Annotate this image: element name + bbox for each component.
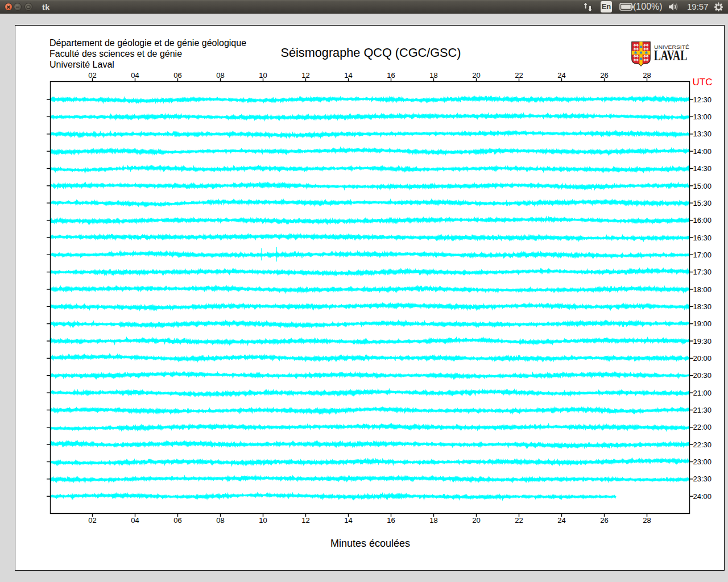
svg-text:26: 26 bbox=[600, 71, 608, 80]
svg-text:23:00: 23:00 bbox=[693, 458, 712, 466]
svg-text:19:00: 19:00 bbox=[693, 319, 712, 328]
svg-text:15:00: 15:00 bbox=[693, 182, 712, 190]
svg-text:15:30: 15:30 bbox=[693, 199, 712, 207]
svg-text:12: 12 bbox=[301, 516, 309, 525]
svg-text:08: 08 bbox=[216, 71, 224, 80]
svg-text:20: 20 bbox=[472, 71, 480, 80]
svg-text:UTC: UTC bbox=[693, 77, 713, 88]
svg-text:22: 22 bbox=[515, 516, 523, 525]
svg-text:10: 10 bbox=[259, 516, 267, 525]
svg-text:02: 02 bbox=[88, 71, 96, 80]
svg-text:22:00: 22:00 bbox=[693, 423, 712, 431]
svg-text:21:00: 21:00 bbox=[693, 389, 712, 397]
svg-text:06: 06 bbox=[173, 71, 181, 80]
svg-text:08: 08 bbox=[216, 516, 224, 525]
svg-text:22:30: 22:30 bbox=[693, 440, 712, 449]
svg-text:12:30: 12:30 bbox=[693, 95, 712, 104]
svg-text:20:30: 20:30 bbox=[693, 371, 712, 380]
svg-text:18:00: 18:00 bbox=[693, 285, 712, 294]
svg-text:18: 18 bbox=[429, 516, 437, 525]
svg-text:13:00: 13:00 bbox=[693, 113, 712, 121]
svg-text:16: 16 bbox=[387, 71, 395, 80]
svg-text:26: 26 bbox=[600, 516, 608, 525]
svg-text:02: 02 bbox=[88, 516, 96, 525]
svg-text:04: 04 bbox=[131, 71, 139, 80]
svg-text:14: 14 bbox=[344, 71, 352, 80]
svg-text:LAVAL: LAVAL bbox=[654, 48, 688, 63]
svg-text:23:30: 23:30 bbox=[693, 475, 712, 483]
svg-text:24: 24 bbox=[557, 516, 565, 525]
svg-text:Séismographe QCQ (CGC/GSC): Séismographe QCQ (CGC/GSC) bbox=[281, 45, 461, 60]
svg-text:28: 28 bbox=[643, 516, 651, 525]
svg-text:17:30: 17:30 bbox=[693, 268, 712, 276]
svg-text:14: 14 bbox=[344, 516, 352, 525]
svg-text:10: 10 bbox=[259, 71, 267, 80]
svg-text:Université Laval: Université Laval bbox=[49, 60, 114, 69]
svg-text:24:00: 24:00 bbox=[693, 492, 712, 501]
svg-text:20:00: 20:00 bbox=[693, 354, 712, 363]
svg-text:19:30: 19:30 bbox=[693, 337, 712, 346]
svg-text:22: 22 bbox=[515, 71, 523, 80]
svg-text:14:30: 14:30 bbox=[693, 164, 712, 173]
svg-text:18:30: 18:30 bbox=[693, 302, 712, 311]
svg-text:16:00: 16:00 bbox=[693, 216, 712, 225]
svg-text:Faculté des sciences et de gén: Faculté des sciences et de génie bbox=[49, 49, 182, 59]
svg-text:16:30: 16:30 bbox=[693, 234, 712, 242]
svg-text:28: 28 bbox=[643, 71, 651, 80]
svg-text:16: 16 bbox=[387, 516, 395, 525]
svg-text:21:30: 21:30 bbox=[693, 406, 712, 414]
svg-text:04: 04 bbox=[131, 516, 139, 525]
svg-text:17:00: 17:00 bbox=[693, 251, 712, 259]
svg-text:14:00: 14:00 bbox=[693, 147, 712, 156]
svg-text:06: 06 bbox=[173, 516, 181, 525]
svg-text:Département de géologie et de: Département de géologie et de génie géol… bbox=[49, 38, 246, 48]
svg-text:Minutes écoulées: Minutes écoulées bbox=[330, 538, 410, 549]
svg-text:18: 18 bbox=[429, 71, 437, 80]
svg-text:13:30: 13:30 bbox=[693, 130, 712, 138]
svg-text:12: 12 bbox=[301, 71, 309, 80]
svg-text:20: 20 bbox=[472, 516, 480, 525]
svg-text:24: 24 bbox=[557, 71, 565, 80]
